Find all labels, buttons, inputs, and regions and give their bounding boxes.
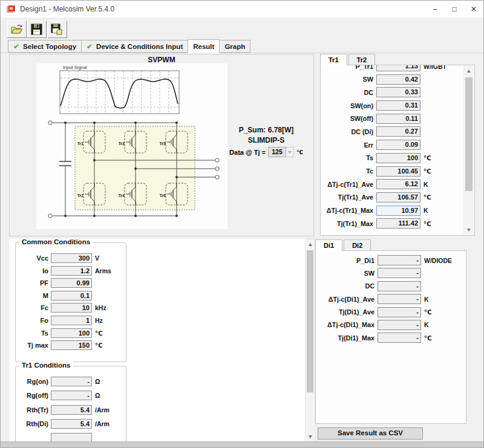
condition-row: Ts 100 ℃ <box>21 328 111 338</box>
open-folder-icon <box>10 24 24 35</box>
condition-unit: /Arm <box>95 406 110 414</box>
condition-value-field[interactable] <box>51 433 92 442</box>
condition-row: M 0.1 <box>21 291 111 300</box>
result-label: ΔTj-c(Tr1)_Max <box>320 207 373 214</box>
condition-value-field[interactable]: 300 <box>51 253 92 263</box>
phase-w-terminal <box>215 175 219 179</box>
condition-value-field[interactable]: 10 <box>51 303 92 313</box>
main-tab[interactable]: Graph <box>219 40 250 53</box>
condition-value-field[interactable]: 0.1 <box>51 291 92 300</box>
transistor-label: Tr3 <box>118 141 125 146</box>
save-button[interactable] <box>27 21 47 38</box>
scroll-up-icon[interactable] <box>464 66 474 76</box>
scroll-down-icon[interactable] <box>464 225 474 235</box>
result-value-field[interactable]: - <box>378 255 421 265</box>
conditions-scrollbar[interactable] <box>305 239 315 442</box>
result-value-field[interactable]: 10.97 <box>376 206 420 216</box>
result-value-field[interactable]: 100 <box>376 153 420 163</box>
result-row: Tc 100.45 ℃ <box>320 166 463 177</box>
save-floppy-icon <box>31 24 42 35</box>
condition-value-field[interactable]: 0.99 <box>51 278 92 288</box>
minimize-button[interactable]: – <box>425 1 445 18</box>
result-unit: ℃ <box>424 193 431 201</box>
result-value-field[interactable]: 100.45 <box>376 166 420 177</box>
condition-row: Fo 1 Hz <box>21 316 111 325</box>
result-value-field[interactable]: 0.31 <box>376 100 420 111</box>
dc-link-capacitor <box>59 123 71 216</box>
condition-value-field[interactable]: 150 <box>51 340 92 350</box>
di-tab[interactable]: Di2 <box>344 239 371 251</box>
condition-value-field[interactable]: 5.4 <box>51 419 92 429</box>
condition-value-field[interactable]: - <box>51 377 92 386</box>
result-value-field[interactable]: 6.12 <box>376 179 420 189</box>
condition-row: Rg(on) - Ω <box>21 377 110 386</box>
result-value-field[interactable]: - <box>378 307 421 317</box>
result-label: Tj(Di1)_Ave <box>315 308 374 316</box>
result-value-field[interactable]: - <box>378 294 421 304</box>
condition-unit: Arms <box>95 267 111 274</box>
main-tab[interactable]: Select Topology <box>8 40 82 53</box>
tj-label: Data @ Tj = <box>229 149 266 156</box>
result-value-field[interactable]: - <box>378 268 421 278</box>
condition-label: Ts <box>21 330 48 337</box>
condition-row: Vcc 300 V <box>21 253 111 263</box>
condition-label: Rg(on) <box>21 378 48 385</box>
topology-result-panel: SVPWM Input Signal <box>9 54 314 236</box>
condition-value-field[interactable]: 1 <box>51 316 92 325</box>
result-unit: W/IGBT <box>424 65 446 70</box>
di-tab[interactable]: Di1 <box>315 239 342 252</box>
result-value-field[interactable]: 0.27 <box>376 126 420 137</box>
tr-panel-scrollbar[interactable] <box>463 66 474 235</box>
result-value-field[interactable]: 0.09 <box>376 140 420 150</box>
result-value-field[interactable]: 106.57 <box>376 192 420 203</box>
open-file-button[interactable] <box>7 21 27 38</box>
result-value-field[interactable]: 0.11 <box>376 114 420 124</box>
result-row: Err 0.09 <box>320 140 463 150</box>
common-conditions-group: Common Conditions Vcc 300 V Io 1.2 Arms … <box>15 242 126 362</box>
maximize-button[interactable]: □ <box>445 1 464 18</box>
tr-tab[interactable]: Tr1 <box>320 54 347 66</box>
condition-unit: kHz <box>95 304 106 311</box>
result-label: DC <box>320 89 373 96</box>
condition-row: Tj max 150 ℃ <box>21 340 111 350</box>
scroll-down-icon[interactable] <box>306 432 315 441</box>
condition-label: Io <box>21 267 48 274</box>
result-label: DC (Di) <box>320 128 373 135</box>
phase-u-terminal <box>215 158 219 162</box>
result-label: Tc <box>320 167 373 175</box>
di-result-panel: P_Di1 - W/DIODE SW - DC - ΔTj-c(Di1)_Ave… <box>315 250 466 424</box>
result-row: SW(on) 0.31 <box>320 100 463 111</box>
result-value-field[interactable]: 0.33 <box>376 87 420 97</box>
scrollbar-thumb[interactable] <box>465 77 473 191</box>
condition-value-field[interactable]: 100 <box>51 328 92 338</box>
app-window: Design1 - Melcosim Ver.5.4.0 – □ ✕ <box>0 0 484 448</box>
condition-value-field[interactable]: 5.4 <box>51 405 92 415</box>
tj-select[interactable]: 125 <box>268 147 294 157</box>
tab-underline <box>1 53 483 53</box>
save-result-csv-button[interactable]: Save Result as CSV <box>318 427 423 440</box>
result-row: DC - <box>315 281 461 291</box>
condition-row: Rg(off) - Ω <box>21 391 110 400</box>
result-unit: ℃ <box>424 167 431 175</box>
result-value-field[interactable]: 0.42 <box>376 74 420 85</box>
close-button[interactable]: ✕ <box>464 1 483 18</box>
tr-tab[interactable]: Tr2 <box>348 54 376 65</box>
condition-value-field[interactable]: 1.2 <box>51 266 92 276</box>
result-value-field[interactable]: - <box>378 320 421 330</box>
save-as-button[interactable] <box>47 21 67 38</box>
result-value-field[interactable]: - <box>378 333 421 343</box>
condition-value-field[interactable]: - <box>51 391 92 400</box>
scrollbar-thumb[interactable] <box>307 250 313 392</box>
result-value-field[interactable]: 1.13 <box>376 65 420 71</box>
transistor-label: Tr1 <box>77 141 83 146</box>
result-value-field[interactable]: - <box>378 281 421 291</box>
scroll-up-icon[interactable] <box>306 239 315 249</box>
main-tab[interactable]: Result <box>188 39 220 53</box>
condition-label: Rth(Tr) <box>21 406 48 414</box>
result-value-field[interactable]: 111.42 <box>376 218 420 229</box>
condition-row: PF 0.99 <box>21 278 111 288</box>
result-label: Tj(Tr1)_Ave <box>320 193 373 201</box>
chevron-down-icon[interactable] <box>286 147 294 157</box>
main-tab[interactable]: Device & Conditions Input <box>81 40 188 53</box>
result-row: P_Di1 - W/DIODE <box>315 255 461 265</box>
